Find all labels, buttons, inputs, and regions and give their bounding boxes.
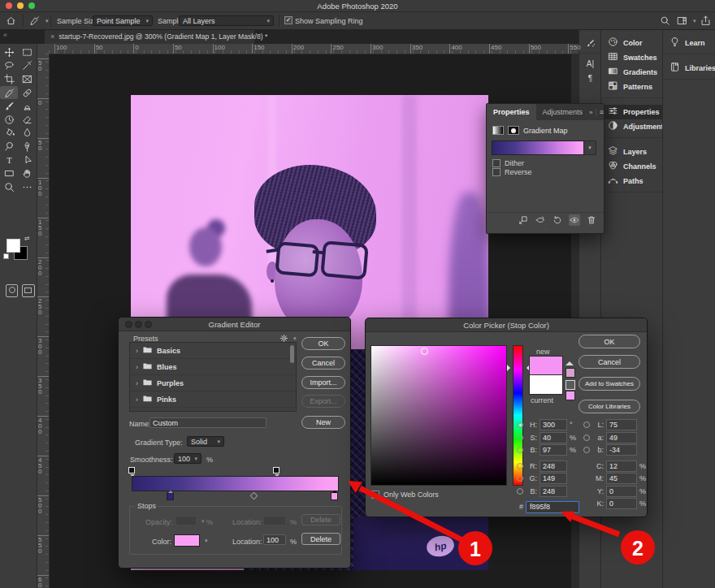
path-selection-tool[interactable] xyxy=(18,153,36,167)
sample-size-dropdown[interactable]: Point Sample▾ xyxy=(93,15,153,26)
document-tab[interactable]: × startup-7-Recovered.jpg @ 300% (Gradie… xyxy=(45,29,254,44)
color-stop-end-selected[interactable] xyxy=(331,492,338,500)
home-icon[interactable] xyxy=(6,15,16,26)
dither-option[interactable]: Dither xyxy=(492,159,524,167)
zoom-tool[interactable] xyxy=(0,180,18,194)
shape-tool[interactable] xyxy=(0,166,18,180)
gamut-warning-swatch[interactable] xyxy=(566,368,575,378)
value-field[interactable]: 45 xyxy=(606,473,637,484)
import-button[interactable]: Import... xyxy=(301,376,345,389)
color-location-field[interactable]: 100 xyxy=(263,534,286,545)
gradient-preview-bar[interactable] xyxy=(132,476,339,491)
preset-folder-pinks[interactable]: ›Pinks xyxy=(130,391,296,408)
opacity-stop-left[interactable] xyxy=(128,467,135,473)
dock-item-learn[interactable]: Learn xyxy=(663,36,715,50)
add-to-swatches-button[interactable]: Add to Swatches xyxy=(578,377,640,391)
edit-toolbar[interactable] xyxy=(18,180,36,194)
web-safe-swatch[interactable] xyxy=(566,391,575,400)
move-tool[interactable] xyxy=(0,45,18,59)
midpoint-marker[interactable] xyxy=(250,492,258,500)
quick-selection-tool[interactable] xyxy=(18,59,36,73)
dock-item-libraries[interactable]: Libraries xyxy=(663,61,715,76)
tab-adjustments[interactable]: Adjustments xyxy=(536,104,590,120)
gradient-map-bar[interactable] xyxy=(492,141,585,155)
quick-mask-button[interactable] xyxy=(6,284,18,297)
preset-folder-blues[interactable]: ›Blues xyxy=(130,359,296,375)
dock-item-swatches[interactable]: Swatches xyxy=(601,50,663,65)
dock-item-properties[interactable]: Properties xyxy=(601,105,663,119)
tab-properties[interactable]: Properties xyxy=(487,104,536,120)
preset-scrollbar[interactable] xyxy=(290,345,294,407)
value-field[interactable]: 149 xyxy=(540,473,567,484)
value-field[interactable]: 0 xyxy=(606,486,637,497)
panel-menu-icon[interactable]: ≡ xyxy=(600,108,604,116)
web-safe-cube-icon[interactable] xyxy=(566,380,575,390)
preset-folder-basics[interactable]: ›Basics xyxy=(130,343,296,359)
value-field[interactable]: 0 xyxy=(606,498,637,509)
chevron-down-icon[interactable]: ▾ xyxy=(205,538,208,544)
eyedropper-tool[interactable] xyxy=(0,86,18,100)
saturation-brightness-field[interactable] xyxy=(370,345,507,486)
dock-item-layers[interactable]: Layers xyxy=(601,145,663,159)
dialog-zoom-button[interactable] xyxy=(145,321,152,328)
search-icon[interactable] xyxy=(660,15,670,26)
color-libraries-button[interactable]: Color Libraries xyxy=(578,400,640,413)
stop-color-swatch[interactable] xyxy=(174,534,200,547)
value-field[interactable]: -34 xyxy=(606,444,637,456)
dock-item-channels[interactable]: Channels xyxy=(601,159,663,174)
radio-g[interactable] xyxy=(517,475,523,482)
clone-stamp-tool[interactable] xyxy=(18,99,36,113)
collapse-tabs-icon[interactable]: « xyxy=(3,31,7,39)
export-button[interactable]: Export... xyxy=(301,395,345,408)
only-web-colors-option[interactable]: Only Web Colors xyxy=(371,491,439,499)
show-sampling-ring-checkbox[interactable]: ✓ xyxy=(284,16,292,24)
dock-item-paths[interactable]: Paths xyxy=(601,174,663,188)
history-brush-tool[interactable] xyxy=(0,113,18,127)
gradient-editor-titlebar[interactable]: Gradient Editor xyxy=(119,318,350,331)
brush-tool[interactable] xyxy=(0,99,18,113)
foreground-color-swatch[interactable] xyxy=(6,239,20,253)
value-field[interactable]: 49 xyxy=(606,432,637,443)
gradient-type-dropdown[interactable]: Solid▾ xyxy=(187,436,224,447)
brush-settings-icon[interactable] xyxy=(579,36,601,50)
dock-item-adjustments[interactable]: Adjustments xyxy=(601,119,663,134)
type-tool[interactable]: T xyxy=(0,153,18,167)
hand-tool[interactable] xyxy=(18,166,36,180)
value-field[interactable]: 40 xyxy=(540,432,567,443)
radio-b[interactable] xyxy=(583,447,590,453)
new-button[interactable]: New xyxy=(301,416,345,429)
name-field[interactable]: Custom xyxy=(150,417,266,428)
value-field[interactable]: 300 xyxy=(540,419,567,430)
radio-a[interactable] xyxy=(583,435,590,441)
value-field[interactable]: 97 xyxy=(540,444,567,456)
healing-brush-tool[interactable] xyxy=(18,86,36,100)
panel-resize-handle[interactable]: ··· xyxy=(487,227,604,233)
horizontal-ruler[interactable]: 10050050100150200250300350400450500550 xyxy=(49,44,578,54)
only-web-colors-checkbox[interactable] xyxy=(371,491,379,499)
frame-tool[interactable] xyxy=(18,72,36,86)
color-picker-titlebar[interactable]: Color Picker (Stop Color) xyxy=(366,318,647,332)
marquee-tool[interactable] xyxy=(18,45,36,59)
cancel-button[interactable]: Cancel xyxy=(301,357,345,370)
dock-item-color[interactable]: Color xyxy=(601,36,663,50)
eraser-tool[interactable] xyxy=(18,113,36,127)
smoothness-dropdown[interactable]: 100▾ xyxy=(174,453,202,464)
color-stop-start[interactable] xyxy=(167,492,174,500)
ok-button[interactable]: OK xyxy=(578,335,640,348)
trash-icon[interactable] xyxy=(586,214,597,226)
eyedropper-tool-icon[interactable] xyxy=(29,15,40,26)
preset-folder-purples[interactable]: ›Purples xyxy=(130,375,296,391)
gamut-warning-icon[interactable] xyxy=(566,357,574,365)
radio-b[interactable] xyxy=(517,447,523,453)
radio-l[interactable] xyxy=(583,422,590,428)
close-tab-icon[interactable]: × xyxy=(50,32,54,41)
opacity-stop-right[interactable] xyxy=(273,467,280,473)
reverse-checkbox[interactable] xyxy=(492,168,500,176)
value-field[interactable]: 248 xyxy=(540,460,567,472)
radio-s[interactable] xyxy=(517,435,523,441)
scrollbar-thumb[interactable] xyxy=(290,345,294,363)
dock-item-gradients[interactable]: Gradients xyxy=(601,65,663,80)
default-colors-icon[interactable] xyxy=(3,253,9,259)
dither-checkbox[interactable] xyxy=(492,159,500,167)
ok-button[interactable]: OK xyxy=(301,337,345,350)
